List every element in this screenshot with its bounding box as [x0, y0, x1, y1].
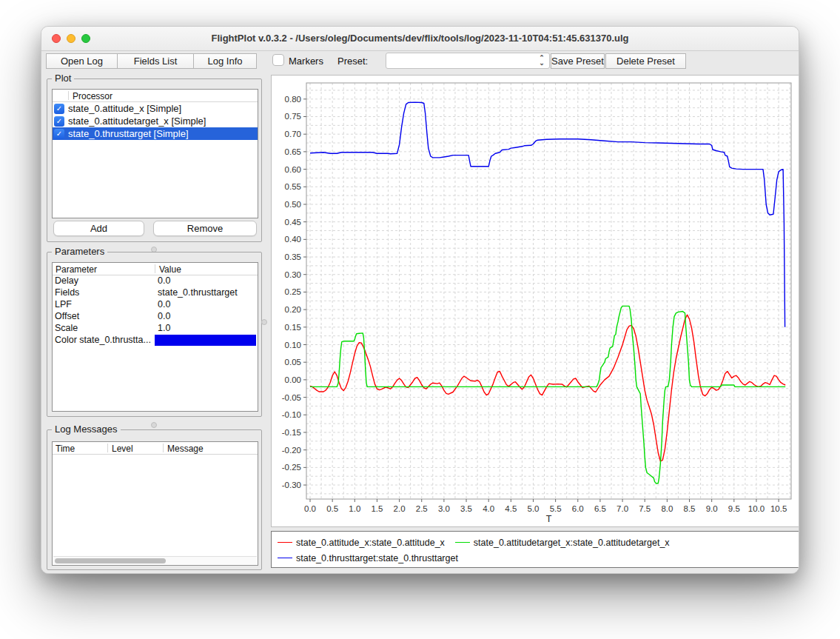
open-log-button[interactable]: Open Log [46, 53, 118, 69]
x-tick-label: 5.0 [527, 504, 539, 513]
y-tick-label: 0.45 [285, 218, 301, 227]
x-tick-label: 3.5 [460, 504, 472, 513]
x-tick-label: 9.0 [706, 504, 718, 513]
y-tick-label: 0.40 [285, 235, 301, 244]
row-checkbox[interactable]: ✓ [54, 129, 64, 139]
plot-panel-title: Plot [52, 73, 74, 84]
delete-preset-button[interactable]: Delete Preset [605, 53, 686, 69]
x-tick-label: 6.0 [572, 504, 584, 513]
add-button[interactable]: Add [53, 221, 144, 236]
y-tick-label: 0.25 [285, 287, 301, 296]
chart-panel: 0.00.51.01.52.02.53.03.54.04.55.05.56.06… [271, 75, 799, 527]
flightplot-window: FlightPlot v.0.3.2 - /Users/oleg/Documen… [41, 26, 799, 574]
parameters-panel: Parameters Parameter Value Delay0.0Field… [47, 252, 262, 417]
scrollbar-thumb[interactable] [55, 558, 166, 563]
parameter-value[interactable]: 0.0 [155, 275, 258, 287]
fields-list-button[interactable]: Fields List [117, 53, 194, 69]
parameter-name: Scale [53, 323, 155, 335]
preset-combobox[interactable]: ⌃⌄ [386, 53, 550, 69]
parameter-row[interactable]: Fieldsstate_0.thrusttarget [53, 287, 258, 299]
log-messages-panel-title: Log Messages [52, 424, 121, 435]
plot-list[interactable]: Processor ✓state_0.attitude_x [Simple]✓s… [52, 89, 258, 218]
save-preset-button[interactable]: Save Preset [551, 53, 605, 69]
legend-item: state_0.attitude_x:state_0.attitude_x [278, 535, 445, 550]
markers-checkbox[interactable] [272, 54, 284, 66]
combo-stepper-icon[interactable]: ⌃⌄ [537, 54, 546, 67]
markers-label: Markers [289, 56, 323, 67]
plot-panel: Plot Processor ✓state_0.attitude_x [Simp… [47, 78, 262, 242]
remove-button[interactable]: Remove [153, 221, 257, 236]
x-tick-label: 10.0 [748, 504, 765, 513]
y-tick-label: -0.20 [282, 446, 301, 455]
legend-line-sample [278, 558, 292, 558]
parameter-row[interactable]: Scale1.0 [53, 323, 258, 335]
toolbar: Open Log Fields List Log Info Markers Pr… [41, 51, 799, 72]
parameters-table[interactable]: Parameter Value Delay0.0Fieldsstate_0.th… [52, 262, 258, 412]
x-tick-label: 5.5 [550, 504, 562, 513]
plot-list-row[interactable]: ✓state_0.attitude_x [Simple] [53, 102, 258, 115]
y-tick-label: -0.25 [282, 463, 301, 472]
x-tick-label: 2.0 [394, 504, 406, 513]
parameter-value[interactable]: 0.0 [155, 311, 258, 323]
row-checkbox[interactable]: ✓ [54, 116, 64, 127]
y-tick-label: 0.75 [285, 112, 301, 121]
y-tick-label: -0.05 [282, 393, 301, 402]
x-tick-label: 8.5 [684, 504, 696, 513]
splitter-handle[interactable] [261, 319, 267, 325]
message-column-header: Message [167, 444, 204, 454]
legend-item: state_0.attitudetarget_x:state_0.attitud… [455, 535, 670, 550]
parameter-name: Offset [53, 311, 155, 323]
x-tick-label: 2.5 [416, 504, 428, 513]
splitter-handle[interactable] [151, 422, 157, 428]
plot-list-row[interactable]: ✓state_0.thrusttarget [Simple] [53, 127, 258, 140]
log-info-button[interactable]: Log Info [193, 53, 257, 69]
log-messages-panel: Log Messages Time Level Message [47, 429, 262, 570]
x-tick-label: 7.0 [616, 504, 628, 513]
y-tick-label: -0.10 [282, 410, 301, 419]
parameter-row[interactable]: LPF0.0 [53, 299, 258, 311]
chart-legend: state_0.attitude_x:state_0.attitude_xsta… [271, 531, 799, 568]
y-tick-label: 0.55 [285, 182, 301, 191]
y-tick-label: 0.35 [285, 252, 301, 261]
parameters-table-header: Parameter Value [53, 263, 258, 275]
level-column-header: Level [112, 444, 133, 454]
parameter-row[interactable]: Delay0.0 [53, 275, 258, 287]
x-tick-label: 4.0 [483, 504, 494, 513]
titlebar[interactable]: FlightPlot v.0.3.2 - /Users/oleg/Documen… [41, 27, 799, 51]
y-tick-label: 0.00 [285, 375, 301, 384]
horizontal-scrollbar[interactable] [53, 556, 257, 564]
parameter-value[interactable]: 1.0 [155, 323, 258, 335]
plot-area[interactable] [306, 83, 791, 499]
x-tick-label: 9.5 [728, 504, 740, 513]
x-tick-label: 1.5 [371, 504, 383, 513]
y-tick-label: -0.30 [282, 481, 301, 489]
plot-list-header: Processor [53, 90, 258, 102]
time-column-header: Time [56, 444, 75, 454]
log-messages-table[interactable]: Time Level Message [52, 441, 258, 566]
y-tick-label: 0.15 [285, 323, 301, 332]
parameter-value[interactable]: 0.0 [155, 299, 258, 311]
parameter-row[interactable]: Color state_0.thrustta... [53, 335, 258, 347]
parameter-row[interactable]: Offset0.0 [53, 311, 258, 323]
x-tick-label: 3.0 [438, 504, 450, 513]
x-tick-label: 6.5 [594, 504, 606, 513]
x-tick-label: 0.0 [304, 504, 316, 513]
legend-label: state_0.attitude_x:state_0.attitude_x [296, 538, 445, 548]
x-tick-label: 4.5 [505, 504, 517, 513]
y-tick-label: 0.20 [285, 305, 301, 314]
chart[interactable]: 0.00.51.01.52.02.53.03.54.04.55.05.56.06… [272, 76, 799, 526]
processor-column-header: Processor [73, 91, 112, 101]
legend-item: state_0.thrusttarget:state_0.thrusttarge… [278, 550, 458, 566]
parameter-value[interactable]: state_0.thrusttarget [155, 287, 258, 299]
y-tick-label: 0.60 [285, 165, 301, 174]
parameter-name: Color state_0.thrustta... [53, 335, 155, 347]
value-column-header: Value [159, 264, 181, 275]
row-checkbox[interactable]: ✓ [54, 104, 64, 114]
color-swatch[interactable] [155, 335, 256, 346]
plot-list-row[interactable]: ✓state_0.attitudetarget_x [Simple] [53, 115, 258, 127]
window-title: FlightPlot v.0.3.2 - /Users/oleg/Documen… [41, 33, 799, 44]
parameter-name: Delay [53, 275, 155, 287]
parameter-value[interactable] [155, 335, 258, 347]
parameter-name: Fields [53, 287, 155, 299]
log-table-header: Time Level Message [53, 442, 258, 455]
